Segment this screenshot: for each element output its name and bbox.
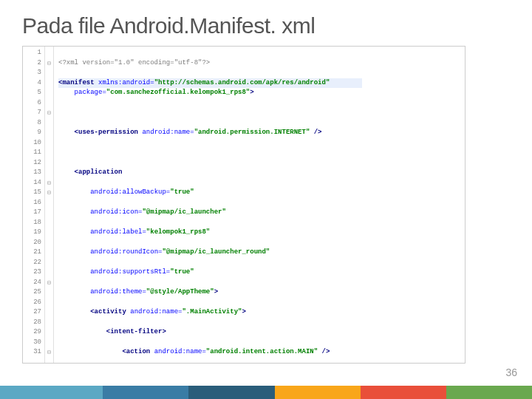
code-text: <?xml version="1.0" encoding="utf-8"?> [58, 59, 210, 66]
line-number: 29 [23, 327, 41, 338]
line-number: 7 [23, 108, 41, 118]
line-number: 19 [23, 228, 41, 238]
line-number: 6 [23, 98, 41, 109]
page-number: 36 [505, 366, 517, 378]
line-number: 11 [23, 148, 41, 158]
line-number: 1 [23, 48, 41, 58]
line-number: 22 [23, 258, 41, 268]
slide: Pada file Android.Manifest. xml 1 2 3 4 … [0, 0, 532, 399]
line-gutter: 1 2 3 4 5 6 7 8 9 10 11 12 13 14 15 16 1… [23, 47, 45, 363]
line-number: 12 [23, 158, 41, 168]
line-number: 4 [23, 78, 41, 89]
line-number: 23 [23, 267, 41, 278]
line-number: 24 [23, 278, 41, 288]
line-number: 5 [23, 88, 41, 98]
line-number: 16 [23, 198, 41, 208]
line-number: 3 [23, 68, 41, 78]
footer-decoration [0, 386, 532, 399]
line-number: 9 [23, 128, 41, 138]
line-number: 14 [23, 178, 41, 188]
line-number: 15 [23, 188, 41, 198]
line-number: 25 [23, 287, 41, 298]
line-number: 30 [23, 338, 41, 348]
code-editor: 1 2 3 4 5 6 7 8 9 10 11 12 13 14 15 16 1… [22, 46, 466, 364]
line-number: 17 [23, 208, 41, 218]
line-number: 13 [23, 168, 41, 178]
code-content: <?xml version="1.0" encoding="utf-8"?> <… [54, 47, 362, 363]
fold-column: ⊟ ⊟ ⊟ ⊟ ⊟ [45, 47, 54, 363]
line-number: 20 [23, 238, 41, 248]
line-number: 27 [23, 307, 41, 318]
line-number: 21 [23, 248, 41, 258]
line-number: 28 [23, 318, 41, 328]
slide-title: Pada file Android.Manifest. xml [22, 13, 510, 38]
line-number: 10 [23, 138, 41, 149]
line-number: 26 [23, 298, 41, 308]
line-number: 18 [23, 218, 41, 228]
line-number: 2 [23, 58, 41, 69]
line-number: 31 [23, 347, 41, 358]
line-number: 8 [23, 118, 41, 129]
